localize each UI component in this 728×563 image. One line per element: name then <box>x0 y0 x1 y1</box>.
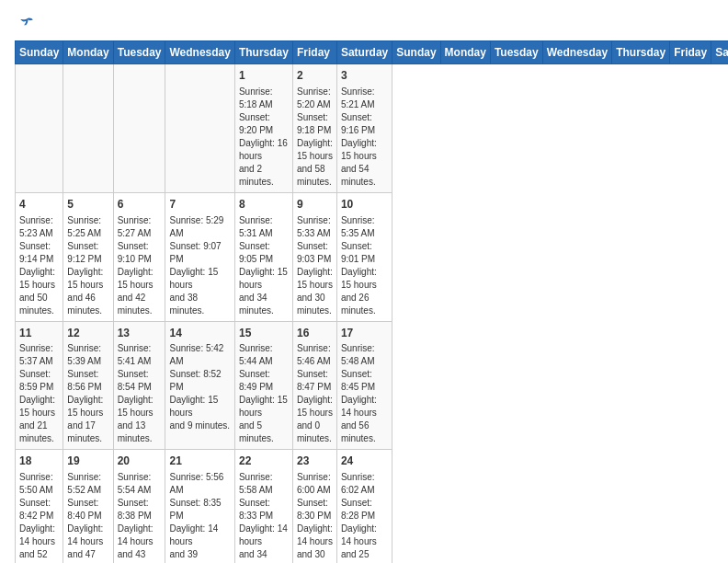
header-wednesday: Wednesday <box>165 41 234 64</box>
day-cell <box>165 64 234 193</box>
day-info: Sunrise: 5:52 AM Sunset: 8:40 PM Dayligh… <box>67 471 108 563</box>
day-cell: 11Sunrise: 5:37 AM Sunset: 8:59 PM Dayli… <box>16 321 63 450</box>
day-cell: 10Sunrise: 5:35 AM Sunset: 9:01 PM Dayli… <box>336 192 392 321</box>
col-header-thursday: Thursday <box>612 41 670 64</box>
day-cell: 18Sunrise: 5:50 AM Sunset: 8:42 PM Dayli… <box>16 450 63 563</box>
col-header-wednesday: Wednesday <box>542 41 611 64</box>
week-row-2: 4Sunrise: 5:23 AM Sunset: 9:14 PM Daylig… <box>16 192 729 321</box>
day-info: Sunrise: 5:50 AM Sunset: 8:42 PM Dayligh… <box>19 471 59 563</box>
day-number: 13 <box>118 326 162 341</box>
day-number: 23 <box>297 454 333 469</box>
day-info: Sunrise: 5:58 AM Sunset: 8:33 PM Dayligh… <box>239 471 289 563</box>
day-cell <box>63 64 113 193</box>
day-info: Sunrise: 5:35 AM Sunset: 9:01 PM Dayligh… <box>341 214 388 317</box>
day-info: Sunrise: 5:41 AM Sunset: 8:54 PM Dayligh… <box>118 342 162 445</box>
page-header <box>15 15 713 31</box>
day-info: Sunrise: 5:20 AM Sunset: 9:18 PM Dayligh… <box>297 86 333 189</box>
day-number: 10 <box>341 197 388 213</box>
day-cell: 23Sunrise: 6:00 AM Sunset: 8:30 PM Dayli… <box>292 450 336 563</box>
day-info: Sunrise: 5:31 AM Sunset: 9:05 PM Dayligh… <box>239 214 289 317</box>
week-row-3: 11Sunrise: 5:37 AM Sunset: 8:59 PM Dayli… <box>16 321 729 450</box>
day-cell: 13Sunrise: 5:41 AM Sunset: 8:54 PM Dayli… <box>113 321 165 450</box>
day-cell: 8Sunrise: 5:31 AM Sunset: 9:05 PM Daylig… <box>234 192 292 321</box>
day-cell: 14Sunrise: 5:42 AM Sunset: 8:52 PM Dayli… <box>165 321 234 450</box>
day-info: Sunrise: 5:44 AM Sunset: 8:49 PM Dayligh… <box>239 342 289 445</box>
header-tuesday: Tuesday <box>113 41 165 64</box>
day-info: Sunrise: 5:33 AM Sunset: 9:03 PM Dayligh… <box>297 214 333 317</box>
day-cell: 5Sunrise: 5:25 AM Sunset: 9:12 PM Daylig… <box>63 192 113 321</box>
day-number: 5 <box>67 197 108 213</box>
day-number: 8 <box>239 197 289 213</box>
day-cell: 2Sunrise: 5:20 AM Sunset: 9:18 PM Daylig… <box>292 64 336 193</box>
day-cell: 17Sunrise: 5:48 AM Sunset: 8:45 PM Dayli… <box>336 321 392 450</box>
col-header-saturday: Saturday <box>711 41 728 64</box>
day-cell: 21Sunrise: 5:56 AM Sunset: 8:35 PM Dayli… <box>165 450 234 563</box>
day-number: 16 <box>297 326 333 341</box>
day-number: 3 <box>341 68 388 84</box>
day-cell: 24Sunrise: 6:02 AM Sunset: 8:28 PM Dayli… <box>336 450 392 563</box>
day-info: Sunrise: 5:18 AM Sunset: 9:20 PM Dayligh… <box>239 86 289 189</box>
day-cell: 20Sunrise: 5:54 AM Sunset: 8:38 PM Dayli… <box>113 450 165 563</box>
day-number: 18 <box>19 454 59 469</box>
day-info: Sunrise: 5:42 AM Sunset: 8:52 PM Dayligh… <box>169 342 230 432</box>
day-info: Sunrise: 5:25 AM Sunset: 9:12 PM Dayligh… <box>67 214 108 317</box>
logo-bird-icon <box>18 15 35 31</box>
day-number: 21 <box>169 454 230 469</box>
day-number: 6 <box>118 197 162 213</box>
day-cell <box>16 64 63 193</box>
day-cell: 4Sunrise: 5:23 AM Sunset: 9:14 PM Daylig… <box>16 192 63 321</box>
header-sunday: Sunday <box>16 41 63 64</box>
col-header-sunday: Sunday <box>392 41 440 64</box>
day-number: 15 <box>239 326 289 341</box>
day-number: 2 <box>297 68 333 84</box>
logo <box>15 15 35 31</box>
day-number: 12 <box>67 326 108 341</box>
day-info: Sunrise: 6:00 AM Sunset: 8:30 PM Dayligh… <box>297 471 333 563</box>
header-friday: Friday <box>292 41 336 64</box>
day-number: 19 <box>67 454 108 469</box>
day-number: 24 <box>341 454 388 469</box>
day-info: Sunrise: 5:46 AM Sunset: 8:47 PM Dayligh… <box>297 342 333 445</box>
day-info: Sunrise: 5:27 AM Sunset: 9:10 PM Dayligh… <box>118 214 162 317</box>
day-cell: 22Sunrise: 5:58 AM Sunset: 8:33 PM Dayli… <box>234 450 292 563</box>
day-number: 11 <box>19 326 59 341</box>
day-info: Sunrise: 5:37 AM Sunset: 8:59 PM Dayligh… <box>19 342 59 445</box>
header-thursday: Thursday <box>234 41 292 64</box>
day-info: Sunrise: 5:29 AM Sunset: 9:07 PM Dayligh… <box>169 214 230 317</box>
day-cell: 19Sunrise: 5:52 AM Sunset: 8:40 PM Dayli… <box>63 450 113 563</box>
day-info: Sunrise: 5:48 AM Sunset: 8:45 PM Dayligh… <box>341 342 388 445</box>
day-number: 14 <box>169 326 230 341</box>
day-number: 1 <box>239 68 289 84</box>
day-cell: 16Sunrise: 5:46 AM Sunset: 8:47 PM Dayli… <box>292 321 336 450</box>
week-row-4: 18Sunrise: 5:50 AM Sunset: 8:42 PM Dayli… <box>16 450 729 563</box>
day-number: 7 <box>169 197 230 213</box>
day-cell: 7Sunrise: 5:29 AM Sunset: 9:07 PM Daylig… <box>165 192 234 321</box>
day-cell <box>113 64 165 193</box>
col-header-tuesday: Tuesday <box>490 41 542 64</box>
day-cell: 1Sunrise: 5:18 AM Sunset: 9:20 PM Daylig… <box>234 64 292 193</box>
day-cell: 3Sunrise: 5:21 AM Sunset: 9:16 PM Daylig… <box>336 64 392 193</box>
header-saturday: Saturday <box>336 41 392 64</box>
day-number: 22 <box>239 454 289 469</box>
day-number: 17 <box>341 326 388 341</box>
day-info: Sunrise: 5:54 AM Sunset: 8:38 PM Dayligh… <box>118 471 162 563</box>
col-header-monday: Monday <box>440 41 490 64</box>
day-number: 20 <box>118 454 162 469</box>
day-cell: 9Sunrise: 5:33 AM Sunset: 9:03 PM Daylig… <box>292 192 336 321</box>
calendar-header-row: SundayMondayTuesdayWednesdayThursdayFrid… <box>16 41 729 64</box>
header-monday: Monday <box>63 41 113 64</box>
day-info: Sunrise: 5:39 AM Sunset: 8:56 PM Dayligh… <box>67 342 108 445</box>
day-cell: 12Sunrise: 5:39 AM Sunset: 8:56 PM Dayli… <box>63 321 113 450</box>
day-info: Sunrise: 5:21 AM Sunset: 9:16 PM Dayligh… <box>341 86 388 189</box>
day-cell: 6Sunrise: 5:27 AM Sunset: 9:10 PM Daylig… <box>113 192 165 321</box>
calendar-table: SundayMondayTuesdayWednesdayThursdayFrid… <box>15 40 728 563</box>
day-number: 9 <box>297 197 333 213</box>
day-info: Sunrise: 5:56 AM Sunset: 8:35 PM Dayligh… <box>169 471 230 563</box>
col-header-friday: Friday <box>670 41 711 64</box>
day-info: Sunrise: 6:02 AM Sunset: 8:28 PM Dayligh… <box>341 471 388 563</box>
week-row-1: 1Sunrise: 5:18 AM Sunset: 9:20 PM Daylig… <box>16 64 729 193</box>
day-info: Sunrise: 5:23 AM Sunset: 9:14 PM Dayligh… <box>19 214 59 317</box>
day-number: 4 <box>19 197 59 213</box>
day-cell: 15Sunrise: 5:44 AM Sunset: 8:49 PM Dayli… <box>234 321 292 450</box>
